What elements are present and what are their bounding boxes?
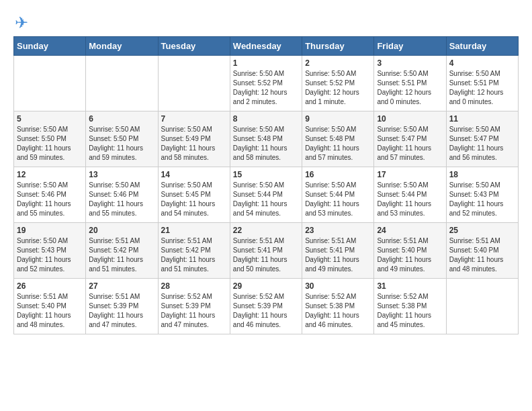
day-number: 15 xyxy=(233,170,299,179)
week-row-5: 26Sunrise: 5:51 AM Sunset: 5:40 PM Dayli… xyxy=(14,279,519,334)
logo: ✈ xyxy=(13,13,28,30)
calendar-cell: 10Sunrise: 5:50 AM Sunset: 5:47 PM Dayli… xyxy=(374,111,446,167)
day-number: 9 xyxy=(305,114,371,124)
day-number: 5 xyxy=(17,114,83,124)
day-number: 20 xyxy=(89,226,154,235)
calendar-cell: 8Sunrise: 5:50 AM Sunset: 5:48 PM Daylig… xyxy=(230,111,302,167)
cell-info: Sunrise: 5:50 AM Sunset: 5:48 PM Dayligh… xyxy=(305,125,371,163)
calendar-cell: 5Sunrise: 5:50 AM Sunset: 5:50 PM Daylig… xyxy=(14,111,86,167)
cell-info: Sunrise: 5:51 AM Sunset: 5:41 PM Dayligh… xyxy=(305,236,371,274)
day-number: 25 xyxy=(449,226,515,235)
day-number: 16 xyxy=(305,170,371,179)
header-day-tuesday: Tuesday xyxy=(158,37,230,56)
day-number: 6 xyxy=(89,114,154,124)
week-row-4: 19Sunrise: 5:50 AM Sunset: 5:43 PM Dayli… xyxy=(14,223,519,279)
day-number: 22 xyxy=(233,226,299,235)
cell-info: Sunrise: 5:51 AM Sunset: 5:40 PM Dayligh… xyxy=(17,292,83,330)
calendar-cell: 28Sunrise: 5:52 AM Sunset: 5:39 PM Dayli… xyxy=(158,279,230,334)
day-number: 27 xyxy=(89,281,154,291)
calendar-cell: 19Sunrise: 5:50 AM Sunset: 5:43 PM Dayli… xyxy=(14,223,86,279)
calendar-cell: 1Sunrise: 5:50 AM Sunset: 5:52 PM Daylig… xyxy=(230,56,302,111)
day-number: 30 xyxy=(305,281,371,291)
day-number: 17 xyxy=(377,170,443,179)
cell-info: Sunrise: 5:51 AM Sunset: 5:39 PM Dayligh… xyxy=(89,292,154,330)
calendar-cell: 31Sunrise: 5:52 AM Sunset: 5:38 PM Dayli… xyxy=(374,279,446,334)
cell-info: Sunrise: 5:50 AM Sunset: 5:46 PM Dayligh… xyxy=(89,181,154,218)
cell-info: Sunrise: 5:50 AM Sunset: 5:45 PM Dayligh… xyxy=(161,181,227,218)
day-number: 7 xyxy=(161,114,227,124)
cell-info: Sunrise: 5:50 AM Sunset: 5:43 PM Dayligh… xyxy=(449,181,515,218)
calendar-cell: 7Sunrise: 5:50 AM Sunset: 5:49 PM Daylig… xyxy=(158,111,230,167)
day-number: 28 xyxy=(161,281,227,291)
day-number: 23 xyxy=(305,226,371,235)
cell-info: Sunrise: 5:51 AM Sunset: 5:40 PM Dayligh… xyxy=(449,236,515,274)
calendar-cell: 14Sunrise: 5:50 AM Sunset: 5:45 PM Dayli… xyxy=(158,167,230,223)
day-number: 29 xyxy=(233,281,299,291)
header-day-monday: Monday xyxy=(86,37,158,56)
calendar-cell: 27Sunrise: 5:51 AM Sunset: 5:39 PM Dayli… xyxy=(86,279,158,334)
calendar-table: SundayMondayTuesdayWednesdayThursdayFrid… xyxy=(13,36,519,334)
calendar-cell xyxy=(158,56,230,111)
cell-info: Sunrise: 5:50 AM Sunset: 5:49 PM Dayligh… xyxy=(161,125,227,163)
cell-info: Sunrise: 5:51 AM Sunset: 5:41 PM Dayligh… xyxy=(233,236,299,274)
cell-info: Sunrise: 5:50 AM Sunset: 5:44 PM Dayligh… xyxy=(377,181,443,218)
cell-info: Sunrise: 5:52 AM Sunset: 5:38 PM Dayligh… xyxy=(377,292,443,330)
cell-info: Sunrise: 5:51 AM Sunset: 5:40 PM Dayligh… xyxy=(377,236,443,274)
calendar-cell: 12Sunrise: 5:50 AM Sunset: 5:46 PM Dayli… xyxy=(14,167,86,223)
day-number: 13 xyxy=(89,170,154,179)
day-number: 8 xyxy=(233,114,299,124)
day-number: 24 xyxy=(377,226,443,235)
cell-info: Sunrise: 5:50 AM Sunset: 5:51 PM Dayligh… xyxy=(377,69,443,107)
header-day-wednesday: Wednesday xyxy=(230,37,302,56)
calendar-cell: 18Sunrise: 5:50 AM Sunset: 5:43 PM Dayli… xyxy=(446,167,518,223)
calendar-cell: 3Sunrise: 5:50 AM Sunset: 5:51 PM Daylig… xyxy=(374,56,446,111)
header-day-saturday: Saturday xyxy=(446,37,518,56)
calendar-cell: 16Sunrise: 5:50 AM Sunset: 5:44 PM Dayli… xyxy=(302,167,374,223)
calendar-cell: 26Sunrise: 5:51 AM Sunset: 5:40 PM Dayli… xyxy=(14,279,86,334)
day-number: 11 xyxy=(449,114,515,124)
cell-info: Sunrise: 5:50 AM Sunset: 5:46 PM Dayligh… xyxy=(17,181,83,218)
calendar-cell: 29Sunrise: 5:52 AM Sunset: 5:39 PM Dayli… xyxy=(230,279,302,334)
week-row-3: 12Sunrise: 5:50 AM Sunset: 5:46 PM Dayli… xyxy=(14,167,519,223)
cell-info: Sunrise: 5:50 AM Sunset: 5:50 PM Dayligh… xyxy=(17,125,83,163)
header-day-thursday: Thursday xyxy=(302,37,374,56)
header-day-sunday: Sunday xyxy=(14,37,86,56)
week-row-2: 5Sunrise: 5:50 AM Sunset: 5:50 PM Daylig… xyxy=(14,111,519,167)
calendar-cell xyxy=(86,56,158,111)
day-number: 19 xyxy=(17,226,83,235)
cell-info: Sunrise: 5:50 AM Sunset: 5:50 PM Dayligh… xyxy=(89,125,154,163)
calendar-cell: 23Sunrise: 5:51 AM Sunset: 5:41 PM Dayli… xyxy=(302,223,374,279)
calendar-cell: 2Sunrise: 5:50 AM Sunset: 5:52 PM Daylig… xyxy=(302,56,374,111)
calendar-cell: 9Sunrise: 5:50 AM Sunset: 5:48 PM Daylig… xyxy=(302,111,374,167)
header-day-friday: Friday xyxy=(374,37,446,56)
logo-bird-icon: ✈ xyxy=(15,13,28,32)
day-number: 4 xyxy=(449,58,515,68)
day-number: 1 xyxy=(233,58,299,68)
calendar-cell: 20Sunrise: 5:51 AM Sunset: 5:42 PM Dayli… xyxy=(86,223,158,279)
calendar-cell: 17Sunrise: 5:50 AM Sunset: 5:44 PM Dayli… xyxy=(374,167,446,223)
calendar-cell: 24Sunrise: 5:51 AM Sunset: 5:40 PM Dayli… xyxy=(374,223,446,279)
day-number: 10 xyxy=(377,114,443,124)
calendar-cell: 22Sunrise: 5:51 AM Sunset: 5:41 PM Dayli… xyxy=(230,223,302,279)
header-row: SundayMondayTuesdayWednesdayThursdayFrid… xyxy=(14,37,519,56)
header: ✈ xyxy=(13,13,519,30)
calendar-cell: 30Sunrise: 5:52 AM Sunset: 5:38 PM Dayli… xyxy=(302,279,374,334)
cell-info: Sunrise: 5:52 AM Sunset: 5:39 PM Dayligh… xyxy=(161,292,227,330)
calendar-cell: 11Sunrise: 5:50 AM Sunset: 5:47 PM Dayli… xyxy=(446,111,518,167)
cell-info: Sunrise: 5:51 AM Sunset: 5:42 PM Dayligh… xyxy=(89,236,154,274)
calendar-cell: 13Sunrise: 5:50 AM Sunset: 5:46 PM Dayli… xyxy=(86,167,158,223)
cell-info: Sunrise: 5:50 AM Sunset: 5:52 PM Dayligh… xyxy=(305,69,371,107)
cell-info: Sunrise: 5:50 AM Sunset: 5:44 PM Dayligh… xyxy=(233,181,299,218)
week-row-1: 1Sunrise: 5:50 AM Sunset: 5:52 PM Daylig… xyxy=(14,56,519,111)
calendar-cell: 15Sunrise: 5:50 AM Sunset: 5:44 PM Dayli… xyxy=(230,167,302,223)
cell-info: Sunrise: 5:52 AM Sunset: 5:38 PM Dayligh… xyxy=(305,292,371,330)
calendar-cell xyxy=(446,279,518,334)
cell-info: Sunrise: 5:50 AM Sunset: 5:47 PM Dayligh… xyxy=(449,125,515,163)
day-number: 12 xyxy=(17,170,83,179)
day-number: 31 xyxy=(377,281,443,291)
cell-info: Sunrise: 5:50 AM Sunset: 5:52 PM Dayligh… xyxy=(233,69,299,107)
cell-info: Sunrise: 5:50 AM Sunset: 5:44 PM Dayligh… xyxy=(305,181,371,218)
cell-info: Sunrise: 5:50 AM Sunset: 5:47 PM Dayligh… xyxy=(377,125,443,163)
calendar-cell: 6Sunrise: 5:50 AM Sunset: 5:50 PM Daylig… xyxy=(86,111,158,167)
day-number: 2 xyxy=(305,58,371,68)
